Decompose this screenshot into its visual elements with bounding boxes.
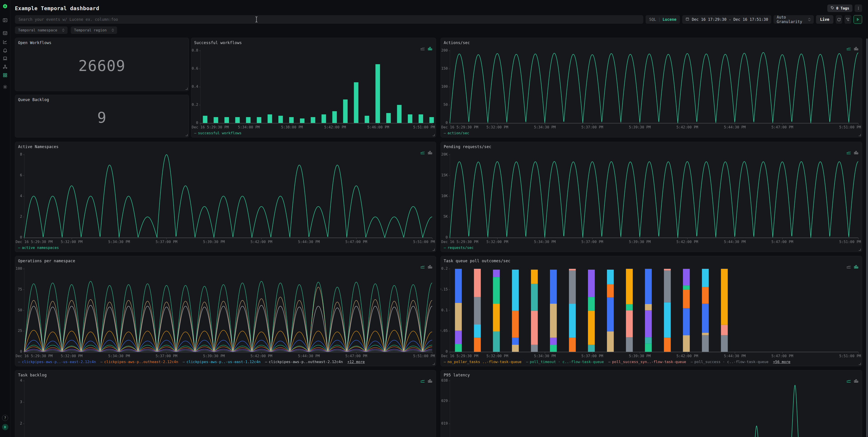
panel-title: Queue Backlog xyxy=(18,97,49,102)
legend-item[interactable]: —action/sec xyxy=(444,131,469,135)
panel-title: Open Workflows xyxy=(18,40,52,45)
run-query-button[interactable] xyxy=(854,15,862,24)
legend-item[interactable]: —poll_success · c..-flow-task-queue xyxy=(690,360,768,364)
chart-type-toggles xyxy=(846,378,859,384)
legend-item[interactable]: —active namespaces xyxy=(18,246,59,250)
collapse-panel-icon[interactable] xyxy=(2,17,8,23)
refresh-icon xyxy=(837,18,841,22)
settings-gear-icon[interactable] xyxy=(2,84,8,90)
chevron-updown-icon xyxy=(808,18,811,21)
panel-queue-backlog: Queue Backlog 9 xyxy=(15,95,189,137)
query-mode-toggle[interactable]: SQL | Lucene xyxy=(646,15,680,24)
panel-active-namespaces: Active Namespaces—active namespaces xyxy=(15,142,436,252)
area-chart-icon[interactable] xyxy=(846,264,851,270)
operations-per-namespace-chart[interactable] xyxy=(15,256,436,366)
dashboards-icon[interactable] xyxy=(2,72,8,78)
filter-temporal-namespace[interactable]: Temporal namespace xyxy=(15,27,68,34)
resize-handle[interactable] xyxy=(433,249,435,251)
successful-workflows-chart[interactable] xyxy=(191,38,436,137)
legend-item[interactable]: —clickpipes-aws-p..outheast-2.12c4n xyxy=(100,360,178,364)
p95-latency-chart[interactable] xyxy=(441,370,862,437)
pending-requests-chart[interactable] xyxy=(441,142,862,252)
resize-handle[interactable] xyxy=(186,134,188,136)
legend-item[interactable]: —clickpipes-aws-p..-us-east-1.12c4n xyxy=(183,360,260,364)
task-queue-poll-chart[interactable] xyxy=(441,256,862,366)
search-input[interactable] xyxy=(15,15,643,24)
more-menu-button[interactable] xyxy=(855,4,862,12)
legend-more[interactable]: +12 more xyxy=(347,360,365,364)
tags-label: 0 Tags xyxy=(836,6,849,10)
help-button[interactable]: ? xyxy=(2,415,8,421)
mode-lucene[interactable]: Lucene xyxy=(662,17,676,22)
chart-legend: —no_poller_tasks ..-flow-task-queue—poll… xyxy=(444,360,790,364)
legend-item[interactable]: —poll_timeout · c..-flow-task-queue xyxy=(526,360,604,364)
analytics-icon[interactable] xyxy=(2,39,8,45)
panel-title: Successful workflows xyxy=(194,40,242,45)
axiom-logo-icon[interactable] xyxy=(2,3,8,9)
chart-type-toggles xyxy=(846,46,859,51)
mode-sql[interactable]: SQL xyxy=(649,17,656,22)
bar-chart-icon[interactable] xyxy=(428,264,433,270)
filter-temporal-region[interactable]: Temporal region xyxy=(71,27,117,34)
bar-chart-icon[interactable] xyxy=(428,378,433,384)
area-chart-icon[interactable] xyxy=(846,46,851,51)
alerts-bell-icon[interactable] xyxy=(2,47,8,53)
area-chart-icon[interactable] xyxy=(420,264,425,270)
bar-chart-icon[interactable] xyxy=(854,264,859,270)
legend-item[interactable]: —successful workflows xyxy=(194,131,241,135)
sidebar: ? D xyxy=(0,0,10,437)
date-range-picker[interactable]: Dec 16 17:29:30 - Dec 16 17:51:30 xyxy=(682,15,771,24)
chart-legend: —active namespaces xyxy=(18,246,59,250)
chart-legend: —successful workflows xyxy=(194,131,241,135)
area-chart-icon[interactable] xyxy=(846,150,851,155)
resize-handle[interactable] xyxy=(433,134,435,136)
area-chart-icon[interactable] xyxy=(420,378,425,384)
resize-handle[interactable] xyxy=(859,249,861,251)
tags-button[interactable]: 0 Tags xyxy=(827,4,852,12)
filter-label: Temporal region xyxy=(74,28,107,32)
legend-item[interactable]: —clickpipes-aws-p..outheast-2.12c4n xyxy=(265,360,343,364)
active-namespaces-chart[interactable] xyxy=(15,142,436,252)
datasets-icon[interactable] xyxy=(2,30,8,36)
panel-title: Operations per namespace xyxy=(18,259,75,263)
panel-title: Task backlog xyxy=(18,373,46,377)
dashboard-app: ? D Example Temporal dashboard 0 Tags SQ… xyxy=(0,0,868,437)
task-backlog-chart[interactable] xyxy=(15,370,436,437)
user-avatar[interactable]: D xyxy=(2,424,8,430)
legend-item[interactable]: —poll_success_syn..-flow-task-queue xyxy=(608,360,686,364)
filter-edit-button[interactable] xyxy=(844,15,851,24)
area-chart-icon[interactable] xyxy=(420,150,425,155)
resize-handle[interactable] xyxy=(433,363,435,365)
flows-icon[interactable] xyxy=(2,64,8,70)
refresh-button[interactable] xyxy=(836,15,842,24)
legend-more[interactable]: +56 more xyxy=(773,360,790,364)
chart-type-toggles xyxy=(846,264,859,270)
bar-chart-icon[interactable] xyxy=(854,150,859,155)
actions-sec-chart[interactable] xyxy=(441,38,862,137)
bar-chart-icon[interactable] xyxy=(854,378,859,384)
area-chart-icon[interactable] xyxy=(420,46,425,51)
play-icon xyxy=(856,18,860,22)
resize-handle[interactable] xyxy=(859,363,861,365)
resize-handle[interactable] xyxy=(859,134,861,136)
legend-item[interactable]: —clickpipes-aws-p..-us-east-2.12c4n xyxy=(18,360,96,364)
panel-task-backlog: Task backlog xyxy=(15,370,436,437)
chart-type-toggles xyxy=(420,46,433,51)
chart-type-toggles xyxy=(420,150,433,155)
bar-chart-icon[interactable] xyxy=(428,46,433,51)
area-chart-icon[interactable] xyxy=(846,378,851,384)
granularity-select[interactable]: Auto Granularity xyxy=(774,15,814,24)
bar-chart-icon[interactable] xyxy=(854,46,859,51)
live-button[interactable]: Live xyxy=(816,15,833,24)
legend-item[interactable]: —requests/sec xyxy=(444,246,473,250)
granularity-label: Auto Granularity xyxy=(777,15,802,24)
kebab-icon xyxy=(857,6,860,10)
stream-monitor-icon[interactable] xyxy=(2,55,8,61)
chevron-updown-icon xyxy=(62,29,64,32)
panel-title: Task queue poll outcomes/sec xyxy=(444,259,510,263)
bar-chart-icon[interactable] xyxy=(428,150,433,155)
scrollbar-thumb[interactable] xyxy=(866,38,868,437)
legend-item[interactable]: —no_poller_tasks ..-flow-task-queue xyxy=(444,360,522,364)
open-workflows-value: 26609 xyxy=(15,57,189,74)
resize-handle[interactable] xyxy=(186,88,188,90)
